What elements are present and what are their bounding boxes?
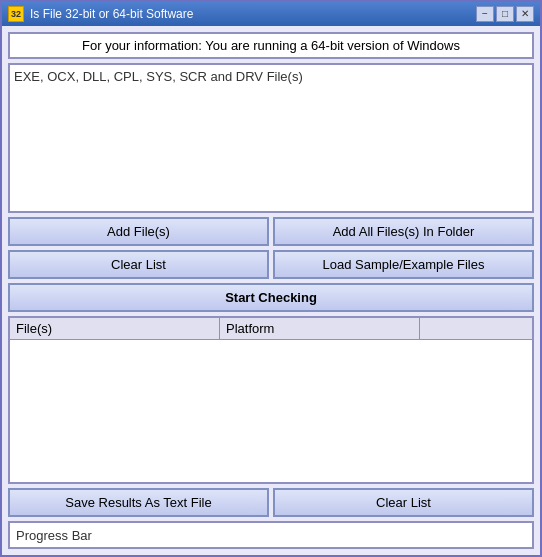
title-bar: 32 Is File 32-bit or 64-bit Software − □… <box>2 2 540 26</box>
close-button[interactable]: ✕ <box>516 6 534 22</box>
col-files: File(s) <box>10 318 220 339</box>
clear-load-row: Clear List Load Sample/Example Files <box>8 250 534 279</box>
app-icon: 32 <box>8 6 24 22</box>
progress-label: Progress Bar <box>16 528 92 543</box>
results-table: File(s) Platform <box>8 316 534 484</box>
content-area: For your information: You are running a … <box>2 26 540 555</box>
maximize-button[interactable]: □ <box>496 6 514 22</box>
main-window: 32 Is File 32-bit or 64-bit Software − □… <box>0 0 542 557</box>
file-input-placeholder: EXE, OCX, DLL, CPL, SYS, SCR and DRV Fil… <box>14 69 303 84</box>
col-platform: Platform <box>220 318 420 339</box>
add-files-button[interactable]: Add File(s) <box>8 217 269 246</box>
load-sample-button[interactable]: Load Sample/Example Files <box>273 250 534 279</box>
add-all-files-button[interactable]: Add All Files(s) In Folder <box>273 217 534 246</box>
clear-list-bottom-button[interactable]: Clear List <box>273 488 534 517</box>
minimize-button[interactable]: − <box>476 6 494 22</box>
add-files-row: Add File(s) Add All Files(s) In Folder <box>8 217 534 246</box>
window-title: Is File 32-bit or 64-bit Software <box>30 7 476 21</box>
results-header: File(s) Platform <box>10 318 532 340</box>
progress-bar: Progress Bar <box>8 521 534 549</box>
start-checking-button[interactable]: Start Checking <box>8 283 534 312</box>
info-text: For your information: You are running a … <box>82 38 460 53</box>
start-checking-row: Start Checking <box>8 283 534 312</box>
file-input-area[interactable]: EXE, OCX, DLL, CPL, SYS, SCR and DRV Fil… <box>8 63 534 213</box>
save-results-button[interactable]: Save Results As Text File <box>8 488 269 517</box>
window-controls: − □ ✕ <box>476 6 534 22</box>
clear-list-top-button[interactable]: Clear List <box>8 250 269 279</box>
col-extra <box>420 318 532 339</box>
info-bar: For your information: You are running a … <box>8 32 534 59</box>
save-clear-row: Save Results As Text File Clear List <box>8 488 534 517</box>
